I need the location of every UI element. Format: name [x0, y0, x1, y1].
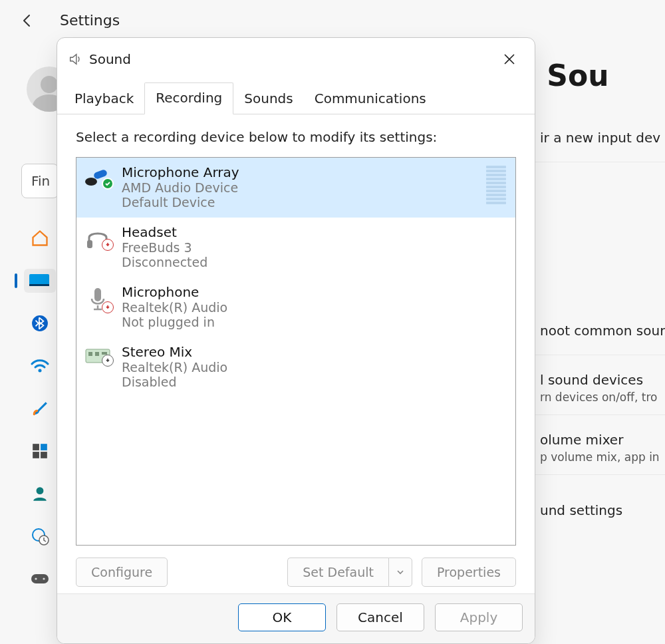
- set-default-split-button[interactable]: Set Default: [287, 558, 412, 587]
- close-icon: [503, 53, 515, 65]
- nav-accounts[interactable]: [24, 482, 56, 506]
- tab-sounds[interactable]: Sounds: [233, 84, 303, 114]
- set-default-button[interactable]: Set Default: [287, 558, 388, 587]
- find-setting-input[interactable]: Fin: [21, 164, 59, 198]
- svg-point-12: [35, 577, 37, 579]
- bg-row-pair-input[interactable]: ir a new input dev: [532, 113, 665, 162]
- device-status: Disabled: [122, 375, 506, 389]
- globe-clock-icon: [31, 527, 49, 546]
- svg-point-14: [85, 178, 97, 186]
- device-name: Stereo Mix: [122, 344, 506, 360]
- device-item-mic[interactable]: Microphone Realtek(R) Audio Not plugged …: [76, 277, 515, 337]
- dialog-title: Sound: [89, 51, 131, 67]
- configure-button[interactable]: Configure: [76, 558, 168, 587]
- svg-rect-23: [95, 352, 99, 356]
- settings-content-fragments: ir a new input dev noot common soun l so…: [532, 113, 665, 534]
- sound-dialog-icon: [68, 52, 82, 67]
- device-driver: Realtek(R) Audio: [122, 300, 506, 315]
- gamepad-icon: [30, 571, 50, 586]
- device-driver: FreeBuds 3: [122, 240, 506, 255]
- tab-playback[interactable]: Playback: [64, 84, 144, 114]
- dialog-footer: OK Cancel Apply: [57, 593, 535, 643]
- svg-point-13: [43, 577, 45, 579]
- device-item-stereo-mix[interactable]: Stereo Mix Realtek(R) Audio Disabled: [76, 337, 515, 397]
- device-item-headset[interactable]: Headset FreeBuds 3 Disconnected: [76, 218, 515, 277]
- svg-point-3: [39, 369, 42, 373]
- chevron-down-icon: [396, 568, 404, 576]
- device-button-row: Configure Set Default Properties: [76, 546, 516, 587]
- device-status: Not plugged in: [122, 315, 506, 329]
- device-name: Headset: [122, 224, 506, 240]
- device-item-mic-array[interactable]: Microphone Array AMD Audio Device Defaul…: [76, 158, 515, 218]
- tabstrip: Playback Recording Sounds Communications: [57, 82, 535, 114]
- breadcrumb-current: Sou: [547, 59, 608, 92]
- device-status: Disconnected: [122, 255, 506, 269]
- svg-rect-4: [33, 444, 39, 450]
- settings-header: Settings: [20, 12, 120, 29]
- apps-icon: [31, 442, 49, 460]
- dialog-titlebar: Sound: [57, 38, 535, 78]
- settings-title: Settings: [60, 12, 120, 29]
- tab-recording[interactable]: Recording: [144, 82, 233, 114]
- bluetooth-icon: [31, 315, 49, 332]
- properties-button[interactable]: Properties: [422, 558, 516, 587]
- instruction-text: Select a recording device below to modif…: [76, 129, 516, 145]
- nav-home[interactable]: [24, 226, 56, 250]
- ok-button[interactable]: OK: [238, 603, 326, 631]
- svg-rect-16: [87, 240, 92, 248]
- settings-nav: [24, 226, 56, 591]
- bg-row-troubleshoot[interactable]: noot common soun: [532, 306, 665, 355]
- apply-button[interactable]: Apply: [435, 603, 523, 631]
- vu-meter: [486, 164, 506, 204]
- svg-rect-1: [29, 284, 49, 286]
- close-button[interactable]: [496, 47, 523, 71]
- bg-row-all-devices[interactable]: l sound devices rn devices on/off, tro: [532, 355, 665, 415]
- home-icon: [31, 229, 49, 247]
- device-name: Microphone: [122, 284, 506, 300]
- brush-icon: [31, 400, 49, 417]
- system-icon: [29, 273, 51, 289]
- tab-communications[interactable]: Communications: [304, 84, 437, 114]
- svg-point-8: [37, 487, 44, 494]
- back-icon[interactable]: [20, 13, 36, 29]
- device-status: Default Device: [122, 195, 473, 210]
- set-default-dropdown[interactable]: [388, 558, 412, 587]
- nav-gaming[interactable]: [24, 567, 56, 591]
- device-name: Microphone Array: [122, 164, 473, 180]
- dialog-body: Select a recording device below to modif…: [57, 114, 535, 593]
- nav-time[interactable]: [24, 524, 56, 548]
- device-driver: AMD Audio Device: [122, 180, 473, 195]
- find-placeholder: Fin: [31, 173, 50, 189]
- disconnected-badge-icon: [102, 239, 114, 251]
- default-badge-icon: [102, 178, 114, 190]
- nav-bluetooth[interactable]: [24, 311, 56, 335]
- disabled-badge-icon: [102, 355, 114, 367]
- wifi-icon: [31, 359, 49, 373]
- svg-rect-6: [33, 452, 39, 458]
- bg-row-mixer[interactable]: olume mixer p volume mix, app in: [532, 415, 665, 475]
- device-driver: Realtek(R) Audio: [122, 360, 506, 375]
- svg-rect-5: [41, 444, 47, 450]
- device-list[interactable]: Microphone Array AMD Audio Device Defaul…: [76, 157, 516, 546]
- svg-rect-7: [41, 452, 47, 458]
- nav-apps[interactable]: [24, 439, 56, 463]
- nav-selected-accent: [15, 273, 17, 288]
- svg-rect-18: [94, 288, 101, 301]
- nav-personalization[interactable]: [24, 397, 56, 420]
- nav-network[interactable]: [24, 354, 56, 378]
- bg-row-more-settings[interactable]: und settings: [532, 475, 665, 534]
- cancel-button[interactable]: Cancel: [336, 603, 424, 631]
- svg-rect-11: [31, 574, 49, 583]
- unplugged-badge-icon: [102, 301, 114, 313]
- person-icon: [31, 485, 49, 502]
- nav-system[interactable]: [24, 269, 56, 293]
- sound-dialog: Sound Playback Recording Sounds Communic…: [57, 37, 535, 644]
- svg-rect-22: [88, 352, 92, 356]
